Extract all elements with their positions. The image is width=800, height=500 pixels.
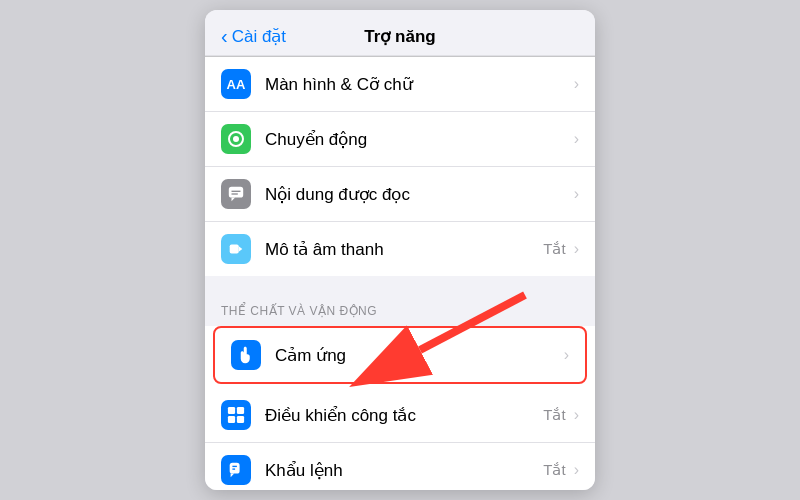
dieu-khien-icon: [221, 400, 251, 430]
chevron-icon: ›: [574, 406, 579, 424]
list-item-cam-ung[interactable]: Cảm ứng ›: [213, 326, 587, 384]
back-chevron-icon: ‹: [221, 25, 228, 48]
mo-ta-icon: [221, 234, 251, 264]
cam-ung-icon: [231, 340, 261, 370]
svg-marker-13: [231, 474, 235, 478]
svg-rect-6: [230, 245, 239, 254]
mo-ta-value: Tắt: [543, 240, 565, 258]
chevron-icon: ›: [574, 185, 579, 203]
svg-marker-7: [239, 246, 243, 251]
svg-rect-9: [237, 407, 244, 414]
switch-svg: [227, 406, 245, 424]
svg-rect-10: [228, 416, 235, 423]
chevron-icon: ›: [574, 240, 579, 258]
nav-back-label: Cài đặt: [232, 26, 286, 47]
svg-rect-2: [229, 187, 243, 198]
list-item-mo-ta[interactable]: Mô tả âm thanh Tắt ›: [205, 222, 595, 276]
phone-screen: ‹ Cài đặt Trợ năng AA Màn hình & Cỡ chữ …: [205, 10, 595, 490]
chuyen-dong-label: Chuyển động: [265, 129, 367, 150]
dieu-khien-label: Điều khiển công tắc: [265, 405, 416, 426]
khau-lenh-value: Tắt: [543, 461, 565, 479]
khau-lenh-icon: [221, 455, 251, 485]
list-item-chuyen-dong[interactable]: Chuyển động ›: [205, 112, 595, 167]
svg-rect-12: [230, 463, 240, 474]
man-hinh-label: Màn hình & Cỡ chữ: [265, 74, 413, 95]
vision-list-group: AA Màn hình & Cỡ chữ ›: [205, 56, 595, 276]
man-hinh-icon: AA: [221, 69, 251, 99]
svg-rect-8: [228, 407, 235, 414]
chevron-icon: ›: [574, 130, 579, 148]
list-item-khau-lenh[interactable]: Khẩu lệnh Tắt ›: [205, 443, 595, 490]
nav-title: Trợ năng: [364, 26, 435, 47]
content-area: AA Màn hình & Cỡ chữ ›: [205, 56, 595, 490]
voice-svg: [227, 461, 245, 479]
nav-back-button[interactable]: ‹ Cài đặt: [221, 25, 286, 48]
chat-svg: [227, 185, 245, 203]
chevron-icon: ›: [574, 461, 579, 479]
cam-ung-label: Cảm ứng: [275, 345, 346, 366]
chuyen-dong-icon: [221, 124, 251, 154]
physical-list-group: Cảm ứng › Điều khiển công: [205, 326, 595, 490]
physical-section-header: THỂ CHẤT VÀ VẬN ĐỘNG: [205, 296, 595, 322]
nav-bar: ‹ Cài đặt Trợ năng: [205, 10, 595, 56]
audio-svg: [227, 240, 245, 258]
list-item-noi-dung[interactable]: Nội dung được đọc ›: [205, 167, 595, 222]
list-item-man-hinh[interactable]: AA Màn hình & Cỡ chữ ›: [205, 57, 595, 112]
svg-point-1: [233, 136, 239, 142]
motion-svg: [227, 130, 245, 148]
chevron-icon: ›: [564, 346, 569, 364]
dieu-khien-value: Tắt: [543, 406, 565, 424]
mo-ta-label: Mô tả âm thanh: [265, 239, 384, 260]
noi-dung-icon: [221, 179, 251, 209]
noi-dung-label: Nội dung được đọc: [265, 184, 410, 205]
touch-svg: [237, 346, 255, 364]
chevron-icon: ›: [574, 75, 579, 93]
khau-lenh-label: Khẩu lệnh: [265, 460, 343, 481]
svg-rect-11: [237, 416, 244, 423]
list-item-dieu-khien[interactable]: Điều khiển công tắc Tắt ›: [205, 388, 595, 443]
svg-marker-3: [232, 198, 236, 202]
